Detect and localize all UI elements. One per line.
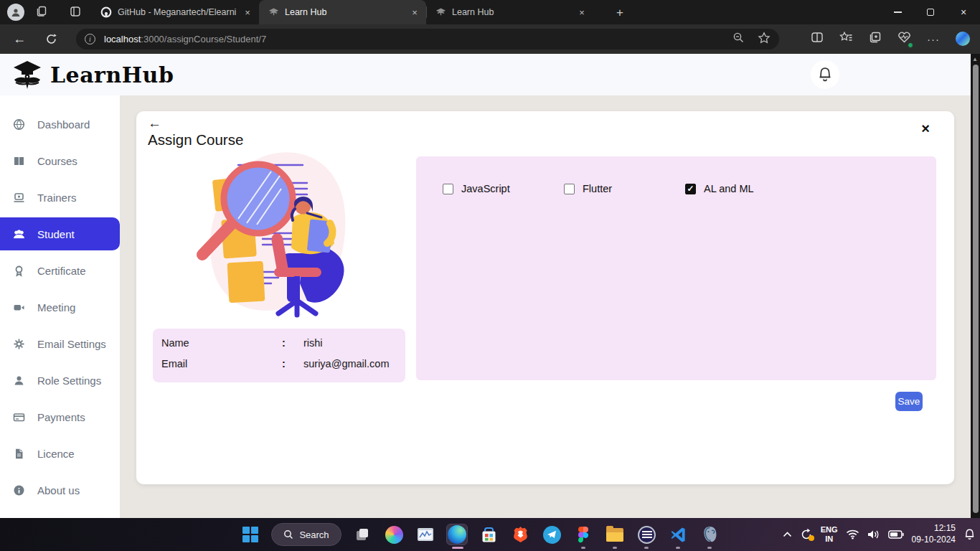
volume-icon[interactable] [867, 529, 880, 540]
wifi-icon[interactable] [846, 529, 859, 540]
separator: : [282, 358, 303, 369]
search-label: Search [299, 529, 329, 540]
file-explorer-button[interactable] [604, 524, 626, 545]
app-header: LearnHub 2 Admin [0, 54, 980, 95]
minimize-button[interactable] [881, 0, 914, 24]
notification-bell-button[interactable] [811, 60, 839, 89]
course-label: AL and ML [704, 183, 754, 194]
postgresql-taskbar-button[interactable] [699, 524, 720, 545]
scroll-up-icon[interactable]: ▲ [972, 56, 978, 62]
edge-taskbar-button[interactable] [446, 524, 468, 545]
scrollbar-thumb[interactable] [973, 65, 979, 513]
performance-monitor-button[interactable] [415, 524, 436, 545]
brand[interactable]: LearnHub [10, 57, 174, 92]
tab-title: Learn Hub [285, 7, 403, 17]
tab-github[interactable]: GitHub - Meganartech/Elearning_ × [92, 0, 259, 24]
workspaces-icon[interactable] [36, 5, 49, 18]
tab-close-icon[interactable]: × [242, 6, 253, 18]
tab-close-icon[interactable]: × [409, 6, 420, 18]
essentials-status-dot [908, 42, 913, 48]
eclipse-taskbar-button[interactable] [636, 524, 657, 545]
course-label: JavaScript [461, 183, 510, 194]
name-label: Name [161, 337, 282, 349]
site-info-icon[interactable]: i [85, 34, 95, 44]
language-indicator[interactable]: ENGIN [821, 525, 838, 544]
browser-menu-icon[interactable]: ··· [927, 33, 940, 45]
sidebar-item-certificate[interactable]: Certificate [0, 254, 120, 287]
email-label: Email [161, 358, 282, 369]
sidebar-item-student[interactable]: Student [0, 217, 120, 250]
tray-date: 09-10-2024 [912, 534, 956, 546]
page-scrollbar[interactable]: ▲ [971, 54, 980, 518]
brave-taskbar-button[interactable] [509, 524, 531, 545]
close-button[interactable]: × [947, 0, 980, 24]
sidebar-item-trainers[interactable]: Trainers [0, 181, 120, 214]
tab-actions-icon[interactable] [69, 5, 82, 18]
sidebar-item-label: Trainers [37, 192, 76, 204]
split-screen-icon[interactable] [811, 31, 824, 47]
taskbar-search[interactable]: Search [271, 523, 341, 546]
collections-icon[interactable] [869, 31, 882, 47]
tab-learnhub-active[interactable]: Learn Hub × [259, 0, 426, 24]
course-option-al-and-ml[interactable]: AL and ML [685, 183, 754, 194]
checkbox-javascript[interactable] [443, 184, 453, 194]
figma-icon [578, 527, 589, 543]
url-host: localhost [104, 34, 141, 44]
favorites-icon[interactable] [839, 31, 853, 47]
address-bar[interactable]: i localhost:3000/assignCourse/Student/7 [76, 29, 779, 50]
task-view-button[interactable] [352, 524, 373, 545]
sidebar-item-about-us[interactable]: About us [0, 474, 120, 507]
sidebar-item-dashboard[interactable]: Dashboard [0, 108, 120, 141]
figma-taskbar-button[interactable] [573, 524, 594, 545]
sidebar-item-meeting[interactable]: Meeting [0, 291, 120, 324]
sidebar-item-role-settings[interactable]: Role Settings [0, 364, 120, 397]
sidebar-item-licence[interactable]: Licence [0, 437, 120, 470]
restore-button[interactable] [914, 0, 947, 24]
tray-chevron-up-icon[interactable] [783, 532, 792, 537]
browser-back-icon[interactable]: ← [9, 28, 30, 50]
sidebar-item-email-settings[interactable]: Email Settings [0, 327, 120, 360]
student-info-box: Name : rishi Email : suriya@gmail.com [153, 329, 405, 382]
students-icon [13, 228, 25, 240]
video-icon [13, 301, 25, 314]
task-view-icon [354, 527, 370, 542]
course-option-flutter[interactable]: Flutter [564, 183, 612, 194]
tab-learnhub[interactable]: Learn Hub × [426, 0, 593, 24]
checkbox-flutter[interactable] [564, 184, 575, 194]
sidebar-item-payments[interactable]: Payments [0, 400, 120, 433]
zoom-search-icon[interactable] [732, 32, 745, 47]
course-option-javascript[interactable]: JavaScript [443, 183, 510, 194]
refresh-icon[interactable] [40, 28, 62, 50]
favorite-star-icon[interactable] [758, 32, 771, 47]
copilot-icon[interactable] [956, 32, 970, 46]
close-icon[interactable]: × [921, 121, 930, 136]
update-pending-icon[interactable] [800, 528, 813, 541]
checkbox-al-and-ml[interactable] [685, 184, 696, 194]
battery-icon[interactable] [888, 530, 904, 539]
windows-icon [242, 527, 258, 542]
vscode-icon [670, 527, 687, 543]
microsoft-store-button[interactable] [478, 524, 499, 545]
name-value: rishi [303, 337, 397, 349]
brave-icon [513, 526, 528, 543]
gear-icon [13, 338, 25, 350]
clock[interactable]: 12:15 09-10-2024 [912, 523, 956, 545]
browser-essentials-icon[interactable] [897, 31, 911, 47]
learnhub-icon [268, 6, 279, 18]
sidebar-item-courses[interactable]: Courses [0, 144, 120, 177]
copilot-taskbar-button[interactable] [383, 524, 405, 545]
new-tab-button[interactable]: + [611, 4, 628, 22]
tray-time: 12:15 [912, 523, 956, 534]
sidebar-item-label: Meeting [37, 301, 75, 314]
browser-profile-icon[interactable] [7, 4, 24, 21]
notifications-bell-icon[interactable] [963, 528, 976, 541]
taskbar: Search [0, 518, 980, 551]
tab-close-icon[interactable]: × [576, 6, 588, 18]
certificate-icon [13, 265, 25, 277]
start-button[interactable] [240, 524, 261, 545]
back-arrow-icon[interactable]: ← [148, 116, 161, 131]
page: Dashboard Courses Trainers Student Certi… [0, 95, 980, 518]
telegram-taskbar-button[interactable] [541, 524, 562, 545]
vscode-taskbar-button[interactable] [667, 524, 689, 545]
save-button[interactable]: Save [895, 392, 923, 411]
